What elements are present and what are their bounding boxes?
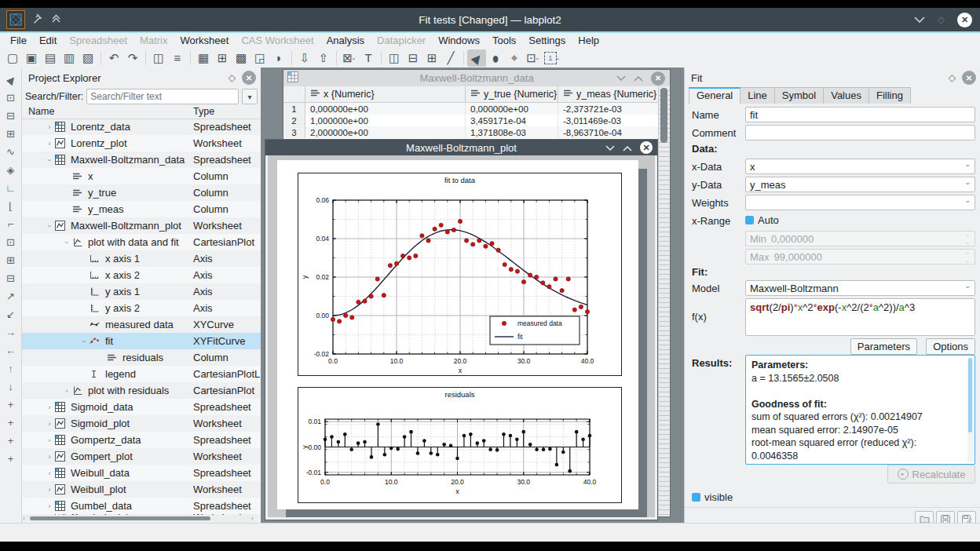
shift-down-left-button[interactable]: ↙ [2,305,20,323]
menu-settings[interactable]: Settings [523,35,571,46]
results-scrollbar[interactable] [967,357,973,462]
tree-item-gumbel_data[interactable]: ›Gumbel_dataSpreadsheet [22,498,261,514]
tree-item-maxwell-boltzmann_data[interactable]: ›Maxwell-Boltzmann_dataSpreadsheet [22,151,261,168]
window-shade-down-icon[interactable] [605,142,615,154]
formula-editor[interactable]: sqrt(2/pi)*x^2*exp(-x^2/(2*a^2))/a^3 [745,298,975,336]
table-cell[interactable]: -3,011469e-03 [558,115,659,126]
tree-item-weibull_plot[interactable]: ›Weibull_plotWorksheet [22,481,261,498]
shift-left-button[interactable]: ← [2,341,20,359]
window-shade-up-icon[interactable] [634,72,643,84]
table-cell[interactable]: 1,000000e+00 [305,115,466,126]
expander-arrow[interactable]: › [44,469,55,477]
menu-edit[interactable]: Edit [34,35,62,46]
visible-checkbox[interactable] [692,493,700,502]
expander-arrow[interactable]: › [44,486,55,494]
new-list-button[interactable]: ≡ [168,49,187,67]
window-shade-up-icon[interactable] [623,142,632,154]
menu-windows[interactable]: Windows [433,35,485,46]
new-datapicker-button[interactable]: ◗ [269,49,288,67]
import-button[interactable]: ⇩ [295,49,314,67]
column-header[interactable]: y_meas {Numeric} [558,86,659,102]
tree-item-gompertz_data[interactable]: ›Gompertz_dataSpreadsheet [22,432,261,448]
expander-arrow[interactable]: › [44,403,55,411]
axis-corner-button[interactable]: ∟ [2,179,20,197]
table-cell[interactable]: 3,459171e-04 [466,115,558,126]
redo-button[interactable]: ↷ [123,49,142,67]
tree-item-sigmoid_plot[interactable]: ›Sigmoid_plotWorksheet [22,415,261,432]
expander-arrow[interactable]: › [44,140,55,148]
split-horizontal-button[interactable]: ⊟ [404,49,422,67]
cursor-box-dropdown-arrow[interactable]: ⌄ [535,54,540,61]
close-dock-button[interactable]: ✕ [242,71,256,85]
tree-item-y-axis-2[interactable]: y axis 2Axis [22,300,261,316]
new-matrix-button[interactable]: ▩ [232,49,250,67]
column-header[interactable]: y_true {Numeric} [466,86,558,102]
fit-to-data-chart[interactable]: fit to data0.010.020.030.040.0-0.020.000… [298,173,622,376]
table-row[interactable]: 32,000000e+001,371808e-03-8,963710e-04 [283,126,659,138]
type-column-header[interactable]: Type [193,106,214,117]
tree-column-headers[interactable]: Name Type [22,105,261,119]
presenter-view-button[interactable]: 1⌄ [543,49,561,67]
xy-curve-button[interactable]: ∿ [2,143,20,161]
worksheet-view[interactable]: fit to data0.010.020.030.040.0-0.020.000… [268,155,655,517]
tab-line[interactable]: Line [740,87,775,104]
presenter-view-dropdown-arrow[interactable]: ⌄ [555,54,561,61]
table-cell[interactable]: 1,371808e-03 [466,126,558,138]
tree-item-x-axis-2[interactable]: x axis 2Axis [22,267,261,283]
scrollbar-thumb[interactable] [30,516,210,520]
expander-arrow[interactable]: › [80,336,88,347]
weights-combobox[interactable] [745,195,975,210]
minimize-button[interactable] [914,14,925,26]
tab-values[interactable]: Values [823,87,869,104]
worksheet-window-titlebar[interactable]: Maxwell-Boltzmann_plot ✕ [265,140,657,155]
text-label-button[interactable]: T [359,49,378,67]
axis-bottom-button[interactable]: ⌊ [2,197,20,215]
new-worksheet-button[interactable]: ◲ [250,49,269,67]
new-spreadsheet-button[interactable]: ⊞ [213,49,232,67]
tree-item-y_true[interactable]: y_trueColumn [22,184,261,201]
tree-item-legend[interactable]: legendCartesianPlotL [22,366,261,382]
close-button[interactable]: ✕ [957,13,972,27]
shift-up-right-button[interactable]: ↗ [2,287,20,305]
comment-input[interactable] [745,125,975,140]
options-button[interactable]: Options [926,338,975,355]
float-dock-button[interactable]: ◇ [949,72,956,83]
tree-item-x[interactable]: xColumn [22,168,261,184]
table-cell[interactable]: 0,000000e+00 [466,103,558,115]
tree-item-gompert_plot[interactable]: ›Gompert_plotWorksheet [22,448,261,465]
scrollbar-thumb[interactable] [660,88,667,143]
print-preview-button[interactable]: ▧ [79,49,97,67]
parameters-button[interactable]: Parameters [850,338,917,355]
tree-item-maxwell-boltzmann_plot[interactable]: ›Maxwell-Boltzmann_plotWorksheet [22,217,261,234]
name-input[interactable]: fit [745,107,975,122]
crosshair-select-button[interactable]: ⊡ [2,89,20,107]
new-folder-button[interactable]: ◫ [149,49,168,67]
window-shade-down-icon[interactable] [616,72,626,84]
worksheet-window-close-button[interactable]: ✕ [640,141,653,154]
diamond-curve-button[interactable]: ◈ [2,161,20,179]
expander-arrow[interactable]: › [63,237,71,248]
expander-arrow[interactable]: › [61,387,72,395]
auto-scale-y-button[interactable]: + [2,432,20,450]
zoom-image-button[interactable]: ⊠⌄ [340,49,359,67]
max-spinbox[interactable]: Max 99,000000 [745,249,975,265]
table-row[interactable]: 21,000000e+003,459171e-04-3,011469e-03 [283,115,659,126]
worksheet-page[interactable]: fit to data0.010.020.030.040.0-0.020.000… [277,160,638,509]
expander-arrow[interactable]: › [44,436,55,444]
split-grid-button[interactable]: ⊞ [422,49,441,67]
recalculate-button[interactable]: ▸ Recalculate [887,465,975,483]
save-template-button[interactable] [936,511,955,523]
table-row[interactable]: 10,000000e+000,000000e+00-2,373721e-03 [283,103,659,115]
new-workbook-button[interactable]: ▦ [194,49,213,67]
tab-filling[interactable]: Filling [868,87,911,104]
tree-item-fit[interactable]: ›fitXYFitCurve [22,333,261,349]
scroll-left-arrow[interactable]: ‹ [23,515,25,522]
magic-wand-button[interactable]: ╱ [441,49,460,67]
name-column-header[interactable]: Name [28,106,54,117]
auto-scale-button[interactable]: + [2,396,20,414]
expander-arrow[interactable]: › [46,221,53,232]
tree-item-lorentz_data[interactable]: ›Lorentz_dataSpreadsheet [22,119,261,135]
split-vertical-button[interactable]: ◫ [385,49,404,67]
results-textbox[interactable]: Parameters:a = 13.1565±2.0508 Goodness o… [745,355,975,465]
spreadsheet-window-titlebar[interactable]: Maxwell-Boltzmann_data ✕ [283,70,670,86]
